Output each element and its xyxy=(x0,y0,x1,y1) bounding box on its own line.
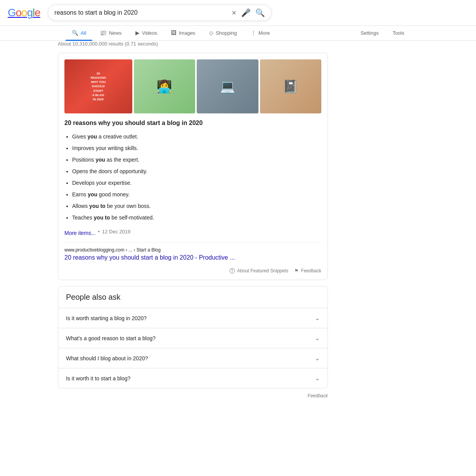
list-item: Positions you as the expert. xyxy=(72,154,321,165)
tab-more[interactable]: ⋮ More xyxy=(245,26,276,41)
list-item: Earns you good money. xyxy=(72,189,321,200)
list-item: Allows you to be your own boss. xyxy=(72,201,321,211)
snippet-images: 20REASONSWHY YOUSHOULDSTARTA BLOGIN 2020… xyxy=(64,59,321,113)
snippet-footer: ? About Featured Snippets ⚑ Feedback xyxy=(64,265,321,273)
people-also-ask-section: People also ask Is it worth starting a b… xyxy=(58,286,328,388)
bottom-feedback-area: Feedback xyxy=(58,390,328,402)
paa-item-2[interactable]: What's a good reason to start a blog? ⌄ xyxy=(58,328,327,348)
tab-shopping[interactable]: ◇ Shopping xyxy=(203,26,243,41)
paa-question-2: What's a good reason to start a blog? xyxy=(66,335,155,341)
snippet-image-2: 👩‍💻 xyxy=(134,59,196,113)
snippet-breadcrumb: www.productiveblogging.com › ... › Start… xyxy=(64,247,321,253)
list-item: Gives you a creative outlet. xyxy=(72,131,321,142)
paa-question-1: Is it worth starting a blog in 2020? xyxy=(66,315,147,321)
clear-search-button[interactable] xyxy=(231,9,236,17)
tab-videos[interactable]: ▶ Videos xyxy=(129,26,164,41)
people-also-ask-title: People also ask xyxy=(58,287,327,308)
google-logo-link[interactable]: Google xyxy=(8,7,40,19)
snippet-source: www.productiveblogging.com › ... › Start… xyxy=(64,242,321,261)
nav-right: Settings Tools xyxy=(354,26,410,41)
paa-item-1[interactable]: Is it worth starting a blog in 2020? ⌄ xyxy=(58,308,327,328)
chevron-down-icon-1: ⌄ xyxy=(315,314,320,322)
logo-g2: g xyxy=(27,7,33,19)
snippet-feedback-button[interactable]: ⚑ Feedback xyxy=(294,268,321,273)
tab-tools[interactable]: Tools xyxy=(387,26,410,41)
search-button[interactable]: 🔍 xyxy=(255,8,265,17)
results-count: About 10,310,000,000 results (0.71 secon… xyxy=(0,41,476,47)
snippet-date: 12 Dec 2019 xyxy=(102,229,130,235)
microphone-icon: 🎤 xyxy=(241,8,251,17)
images-icon: 🖼 xyxy=(171,30,176,36)
snippet-image-2-placeholder: 👩‍💻 xyxy=(134,59,196,113)
chevron-down-icon-3: ⌄ xyxy=(315,354,320,362)
all-icon: 🔍 xyxy=(72,30,78,36)
snippet-list: Gives you a creative outlet. Improves yo… xyxy=(64,131,321,223)
tab-all-label: All xyxy=(81,30,86,36)
tab-news[interactable]: 📰 News xyxy=(94,26,128,41)
paa-question-4: Is it worth it to start a blog? xyxy=(66,375,130,381)
tab-tools-label: Tools xyxy=(393,30,404,36)
paa-question-3: What should I blog about in 2020? xyxy=(66,355,148,361)
more-items-link[interactable]: More items... xyxy=(64,230,96,236)
close-icon xyxy=(231,9,236,17)
logo-o1: o xyxy=(16,7,22,19)
snippet-image-4-placeholder: 📓 xyxy=(260,59,322,113)
google-logo: Google xyxy=(8,7,40,19)
header: Google 🎤 🔍 xyxy=(0,0,476,26)
news-icon: 📰 xyxy=(100,30,106,36)
logo-e: e xyxy=(35,7,41,19)
voice-search-button[interactable]: 🎤 xyxy=(241,8,251,17)
featured-snippet: 20REASONSWHY YOUSHOULDSTARTA BLOGIN 2020… xyxy=(58,53,328,280)
about-snippets-button[interactable]: ? About Featured Snippets xyxy=(230,268,289,273)
tab-settings[interactable]: Settings xyxy=(354,26,385,41)
search-icon: 🔍 xyxy=(255,8,265,17)
tab-more-label: More xyxy=(258,30,270,36)
nav-tabs: 🔍 All 📰 News ▶ Videos 🖼 Images ◇ Shoppin… xyxy=(0,26,476,41)
more-icon: ⋮ xyxy=(251,30,256,36)
tab-settings-label: Settings xyxy=(361,30,379,36)
tab-images[interactable]: 🖼 Images xyxy=(165,26,201,41)
paa-item-4[interactable]: Is it worth it to start a blog? ⌄ xyxy=(58,368,327,388)
question-mark-icon: ? xyxy=(230,268,235,273)
search-input[interactable] xyxy=(54,9,228,16)
snippet-result-link[interactable]: 20 reasons why you should start a blog i… xyxy=(64,254,235,261)
list-item: Develops your expertise. xyxy=(72,177,321,188)
logo-o2: o xyxy=(21,7,27,19)
chevron-down-icon-4: ⌄ xyxy=(315,375,320,382)
list-item: Improves your writing skills. xyxy=(72,143,321,154)
about-snippets-label: About Featured Snippets xyxy=(237,268,289,273)
bottom-feedback-button[interactable]: Feedback xyxy=(307,393,328,398)
flag-icon: ⚑ xyxy=(294,268,299,273)
more-items-row: More items... • 12 Dec 2019 xyxy=(64,227,321,236)
paa-item-3[interactable]: What should I blog about in 2020? ⌄ xyxy=(58,348,327,368)
snippet-image-4: 📓 xyxy=(260,59,322,113)
snippet-feedback-label: Feedback xyxy=(301,268,321,273)
search-icons: 🎤 🔍 xyxy=(231,8,265,17)
tab-shopping-label: Shopping xyxy=(216,30,237,36)
tab-all[interactable]: 🔍 All xyxy=(66,26,92,41)
tab-videos-label: Videos xyxy=(142,30,157,36)
list-item: Opens the doors of opportunity. xyxy=(72,166,321,177)
shopping-icon: ◇ xyxy=(209,30,213,36)
list-item: Teaches you to be self-motivated. xyxy=(72,212,321,223)
logo-g1: G xyxy=(8,7,16,19)
tab-images-label: Images xyxy=(179,30,195,36)
chevron-down-icon-2: ⌄ xyxy=(315,334,320,342)
snippet-image-1-text: 20REASONSWHY YOUSHOULDSTARTA BLOGIN 2020 xyxy=(91,71,106,101)
snippet-title: 20 reasons why you should start a blog i… xyxy=(64,120,321,127)
tab-news-label: News xyxy=(109,30,122,36)
search-bar: 🎤 🔍 xyxy=(48,5,272,21)
snippet-dot: • xyxy=(98,229,100,235)
snippet-image-3-placeholder: 💻 xyxy=(197,59,258,113)
snippet-image-1: 20REASONSWHY YOUSHOULDSTARTA BLOGIN 2020 xyxy=(64,59,132,113)
videos-icon: ▶ xyxy=(135,30,140,36)
snippet-image-3: 💻 xyxy=(197,59,258,113)
